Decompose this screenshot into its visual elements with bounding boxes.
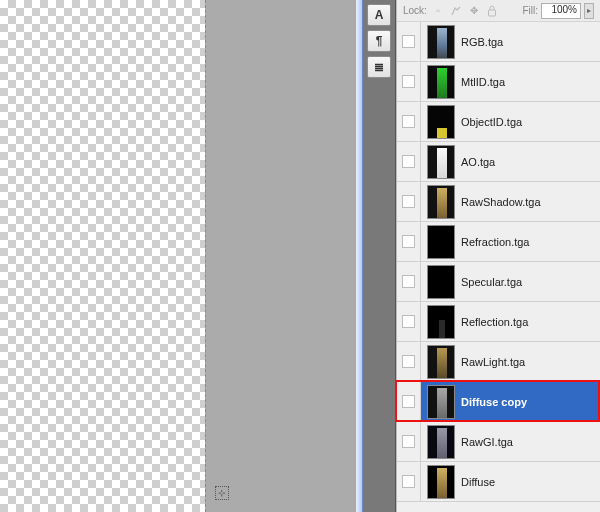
layer-row[interactable]: Refraction.tga — [397, 222, 600, 262]
visibility-checkbox[interactable] — [402, 195, 415, 208]
visibility-checkbox[interactable] — [402, 475, 415, 488]
layer-lock-bar: Lock: ▫ ✥ Fill: 100% ▸ — [397, 0, 600, 22]
fill-value-input[interactable]: 100% — [541, 3, 581, 19]
lock-position-icon[interactable]: ✥ — [467, 4, 481, 18]
fill-label: Fill: — [522, 5, 538, 16]
layer-thumbnail[interactable] — [427, 265, 455, 299]
layer-thumbnail[interactable] — [427, 225, 455, 259]
layer-name[interactable]: Diffuse — [461, 476, 495, 488]
visibility-checkbox[interactable] — [402, 395, 415, 408]
layer-name[interactable]: RawLight.tga — [461, 356, 525, 368]
visibility-checkbox[interactable] — [402, 75, 415, 88]
layer-row[interactable]: Reflection.tga — [397, 302, 600, 342]
layer-name[interactable]: Reflection.tga — [461, 316, 528, 328]
layer-row[interactable]: Diffuse copy — [397, 382, 600, 422]
visibility-checkbox[interactable] — [402, 155, 415, 168]
layer-row[interactable]: MtlID.tga — [397, 62, 600, 102]
layer-thumbnail[interactable] — [427, 185, 455, 219]
visibility-toggle[interactable] — [397, 302, 421, 341]
visibility-toggle[interactable] — [397, 62, 421, 101]
layer-name[interactable]: RawShadow.tga — [461, 196, 541, 208]
panel-divider[interactable] — [355, 0, 363, 512]
layer-row[interactable]: RawLight.tga — [397, 342, 600, 382]
ruler-origin-marker: ⊹ — [215, 486, 229, 500]
layer-row[interactable]: Specular.tga — [397, 262, 600, 302]
visibility-toggle[interactable] — [397, 262, 421, 301]
visibility-toggle[interactable] — [397, 182, 421, 221]
fill-dropdown-icon[interactable]: ▸ — [584, 3, 594, 19]
layer-thumbnail[interactable] — [427, 305, 455, 339]
canvas-transparency-grid[interactable] — [0, 0, 205, 512]
layer-thumbnail[interactable] — [427, 425, 455, 459]
layers-panel: Lock: ▫ ✥ Fill: 100% ▸ RGB.tgaMtlID.tgaO… — [396, 0, 600, 512]
lock-label: Lock: — [403, 5, 427, 16]
layer-name[interactable]: RawGI.tga — [461, 436, 513, 448]
visibility-toggle[interactable] — [397, 382, 421, 421]
layer-row[interactable]: RawGI.tga — [397, 422, 600, 462]
lock-pixels-icon[interactable] — [449, 4, 463, 18]
paragraph-panel-icon[interactable]: ¶ — [367, 30, 391, 52]
layer-name[interactable]: Specular.tga — [461, 276, 522, 288]
layer-row[interactable]: AO.tga — [397, 142, 600, 182]
layer-thumbnail[interactable] — [427, 345, 455, 379]
collapsed-panel-dock: A¶≣ — [363, 0, 396, 512]
layer-row[interactable]: RGB.tga — [397, 22, 600, 62]
visibility-toggle[interactable] — [397, 142, 421, 181]
visibility-toggle[interactable] — [397, 22, 421, 61]
layer-row[interactable]: Diffuse — [397, 462, 600, 502]
visibility-checkbox[interactable] — [402, 35, 415, 48]
layer-name[interactable]: RGB.tga — [461, 36, 503, 48]
visibility-toggle[interactable] — [397, 422, 421, 461]
layer-thumbnail[interactable] — [427, 465, 455, 499]
layer-name[interactable]: Diffuse copy — [461, 396, 527, 408]
layer-thumbnail[interactable] — [427, 145, 455, 179]
lock-transparent-icon[interactable]: ▫ — [431, 4, 445, 18]
layer-thumbnail[interactable] — [427, 105, 455, 139]
svg-rect-0 — [488, 10, 495, 16]
visibility-checkbox[interactable] — [402, 235, 415, 248]
layer-row[interactable]: RawShadow.tga — [397, 182, 600, 222]
layer-thumbnail[interactable] — [427, 65, 455, 99]
visibility-checkbox[interactable] — [402, 275, 415, 288]
visibility-toggle[interactable] — [397, 462, 421, 501]
layer-name[interactable]: AO.tga — [461, 156, 495, 168]
visibility-checkbox[interactable] — [402, 315, 415, 328]
visibility-toggle[interactable] — [397, 342, 421, 381]
layer-thumbnail[interactable] — [427, 25, 455, 59]
character-panel-icon[interactable]: A — [367, 4, 391, 26]
visibility-checkbox[interactable] — [402, 115, 415, 128]
notes-panel-icon[interactable]: ≣ — [367, 56, 391, 78]
canvas-pasteboard — [205, 0, 355, 512]
layer-name[interactable]: MtlID.tga — [461, 76, 505, 88]
visibility-checkbox[interactable] — [402, 435, 415, 448]
layer-name[interactable]: ObjectID.tga — [461, 116, 522, 128]
visibility-checkbox[interactable] — [402, 355, 415, 368]
layer-row[interactable]: ObjectID.tga — [397, 102, 600, 142]
visibility-toggle[interactable] — [397, 222, 421, 261]
lock-all-icon[interactable] — [485, 4, 499, 18]
layer-name[interactable]: Refraction.tga — [461, 236, 529, 248]
visibility-toggle[interactable] — [397, 102, 421, 141]
layer-thumbnail[interactable] — [427, 385, 455, 419]
layer-list[interactable]: RGB.tgaMtlID.tgaObjectID.tgaAO.tgaRawSha… — [397, 22, 600, 512]
